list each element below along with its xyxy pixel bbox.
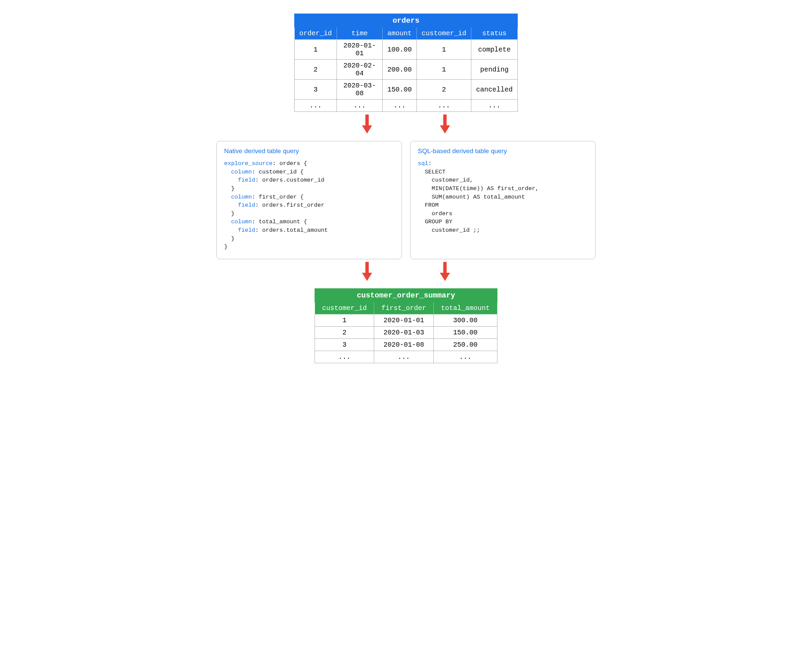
table-row: 12020-01-01100.001complete xyxy=(294,39,518,60)
arrow-down-icon xyxy=(440,262,450,282)
table-cell: 2020-01-01 xyxy=(374,314,433,326)
native-card-title: Native derived table query xyxy=(224,147,394,155)
table-cell: 3 xyxy=(294,80,337,99)
native-card-code: explore_source: orders { column: custome… xyxy=(224,159,394,251)
table-cell: ... xyxy=(471,99,518,112)
summary-table-col: total_amount xyxy=(433,302,497,314)
table-cell: ... xyxy=(315,351,374,363)
table-cell: ... xyxy=(417,99,471,112)
table-cell: 2020-01-03 xyxy=(374,326,433,339)
table-cell: 2 xyxy=(417,80,471,99)
table-row: 12020-01-01300.00 xyxy=(315,314,497,326)
table-cell: 1 xyxy=(417,60,471,80)
table-cell: 1 xyxy=(417,39,471,60)
table-row: ......... xyxy=(315,351,497,363)
table-cell: 150.00 xyxy=(433,326,497,339)
arrow-row-bottom xyxy=(216,259,596,289)
orders-table: orders order_idtimeamountcustomer_idstat… xyxy=(294,14,518,112)
table-cell: pending xyxy=(471,60,518,80)
table-row: 32020-03-08150.002cancelled xyxy=(294,80,518,99)
table-cell: ... xyxy=(337,99,382,112)
sql-card-code: sql: SELECT customer_id, MIN(DATE(time))… xyxy=(418,159,588,235)
table-cell: 2020-02-04 xyxy=(337,60,382,80)
orders-table-columns: order_idtimeamountcustomer_idstatus xyxy=(294,27,518,39)
sql-card-title: SQL-based derived table query xyxy=(418,147,588,155)
table-cell: ... xyxy=(374,351,433,363)
orders-table-body: 12020-01-01100.001complete22020-02-04200… xyxy=(294,39,518,112)
table-cell: 2 xyxy=(315,326,374,339)
table-cell: ... xyxy=(382,99,417,112)
table-cell: 2020-03-08 xyxy=(337,80,382,99)
table-cell: 250.00 xyxy=(433,339,497,351)
table-cell: 1 xyxy=(294,39,337,60)
arrow-down-icon xyxy=(362,115,372,135)
table-cell: 1 xyxy=(315,314,374,326)
table-cell: 150.00 xyxy=(382,80,417,99)
orders-table-col: customer_id xyxy=(417,27,471,39)
arrow-down-icon xyxy=(362,262,372,282)
summary-table-col: first_order xyxy=(374,302,433,314)
summary-table-title: customer_order_summary xyxy=(315,289,497,302)
table-cell: ... xyxy=(294,99,337,112)
table-cell: ... xyxy=(433,351,497,363)
summary-table-body: 12020-01-01300.0022020-01-03150.0032020-… xyxy=(315,314,497,363)
table-row: 22020-02-04200.001pending xyxy=(294,60,518,80)
svg-marker-3 xyxy=(440,125,450,134)
arrow-down-icon xyxy=(440,115,450,135)
code-cards-row: Native derived table query explore_sourc… xyxy=(216,141,596,259)
svg-marker-7 xyxy=(440,273,450,281)
summary-table-columns: customer_idfirst_ordertotal_amount xyxy=(315,302,497,314)
table-cell: 3 xyxy=(315,339,374,351)
orders-table-col: amount xyxy=(382,27,417,39)
summary-table: customer_order_summary customer_idfirst_… xyxy=(315,289,497,363)
table-cell: 2020-01-08 xyxy=(374,339,433,351)
table-cell: cancelled xyxy=(471,80,518,99)
table-cell: 100.00 xyxy=(382,39,417,60)
table-cell: 200.00 xyxy=(382,60,417,80)
svg-marker-5 xyxy=(362,273,372,281)
table-row: ............... xyxy=(294,99,518,112)
native-derived-table-card: Native derived table query explore_sourc… xyxy=(216,141,402,259)
orders-table-col: status xyxy=(471,27,518,39)
orders-table-col: time xyxy=(337,27,382,39)
summary-table-col: customer_id xyxy=(315,302,374,314)
table-cell: complete xyxy=(471,39,518,60)
orders-table-col: order_id xyxy=(294,27,337,39)
table-cell: 2020-01-01 xyxy=(337,39,382,60)
table-cell: 2 xyxy=(294,60,337,80)
table-row: 22020-01-03150.00 xyxy=(315,326,497,339)
orders-table-title: orders xyxy=(294,14,518,27)
table-row: 32020-01-08250.00 xyxy=(315,339,497,351)
sql-derived-table-card: SQL-based derived table query sql: SELEC… xyxy=(410,141,596,259)
svg-marker-1 xyxy=(362,125,372,134)
arrow-row-top xyxy=(216,112,596,141)
diagram-root: orders order_idtimeamountcustomer_idstat… xyxy=(216,14,596,363)
table-cell: 300.00 xyxy=(433,314,497,326)
